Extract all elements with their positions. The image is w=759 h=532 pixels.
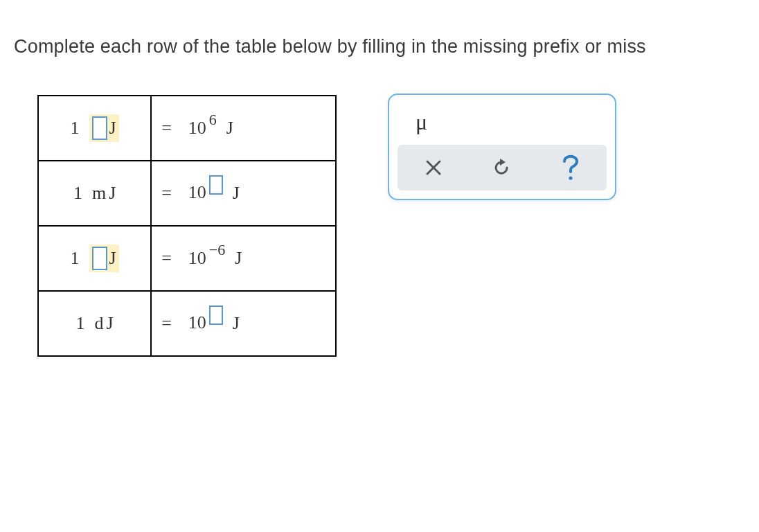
base-ten: 10 <box>188 184 206 202</box>
right-cell: = 10 J <box>151 161 336 226</box>
help-button[interactable] <box>540 149 601 186</box>
undo-icon <box>492 157 512 178</box>
prefix-text: m <box>92 184 106 202</box>
equals-sign: = <box>161 119 172 137</box>
prefix-highlight: J <box>89 245 119 272</box>
coefficient: 1 <box>71 119 80 137</box>
exponent: 6 <box>209 112 217 127</box>
table-row: 1 J = 10 6 <box>38 96 336 161</box>
mu-symbol-button[interactable]: μ <box>409 107 434 138</box>
right-cell: = 10 6 J <box>151 96 336 161</box>
svg-marker-2 <box>500 159 506 166</box>
unit-suffix: J <box>109 249 116 267</box>
equals-sign: = <box>161 249 172 267</box>
base-ten: 10 <box>188 119 206 137</box>
unit-suffix: J <box>109 119 116 137</box>
help-icon <box>562 154 580 181</box>
unit-suffix: J <box>233 314 240 332</box>
work-area: 1 J = 10 6 <box>37 95 745 357</box>
exponent-input[interactable] <box>209 175 223 195</box>
unit-suffix: J <box>226 119 233 137</box>
coefficient: 1 <box>76 314 85 332</box>
equals-sign: = <box>161 314 172 332</box>
prefix-text: d <box>95 314 104 332</box>
base-ten: 10 <box>188 314 206 332</box>
reset-button[interactable] <box>472 149 533 186</box>
exponent-input[interactable] <box>209 305 223 325</box>
right-cell: = 10 J <box>151 291 336 356</box>
coefficient: 1 <box>73 184 82 202</box>
symbol-row: μ <box>398 102 607 142</box>
unit-suffix: J <box>233 184 240 202</box>
svg-point-3 <box>569 176 573 179</box>
exponent: −6 <box>209 242 225 258</box>
left-cell: 1 J <box>38 226 151 291</box>
table-row: 1 J = 10 −6 <box>38 226 336 291</box>
base-ten: 10 <box>188 249 206 267</box>
coefficient: 1 <box>71 249 80 267</box>
table-row: 1 m J = 10 <box>38 161 336 226</box>
prefix-table: 1 J = 10 6 <box>37 95 337 357</box>
left-cell: 1 J <box>38 96 151 161</box>
tool-panel: μ <box>388 94 616 200</box>
unit-suffix: J <box>235 249 242 267</box>
table-row: 1 d J = 10 <box>38 291 336 356</box>
left-cell: 1 m J <box>38 161 151 226</box>
prefix-input[interactable] <box>92 247 107 270</box>
right-cell: = 10 −6 J <box>151 226 336 291</box>
left-cell: 1 d J <box>38 291 151 356</box>
prefix-highlight: J <box>89 114 119 142</box>
action-bar <box>398 145 607 190</box>
unit-suffix: J <box>107 314 114 332</box>
instruction-text: Complete each row of the table below by … <box>14 36 745 57</box>
close-icon <box>424 158 443 177</box>
equals-sign: = <box>161 184 172 202</box>
unit-suffix: J <box>109 184 116 202</box>
clear-button[interactable] <box>403 149 464 186</box>
prefix-input[interactable] <box>92 116 107 140</box>
